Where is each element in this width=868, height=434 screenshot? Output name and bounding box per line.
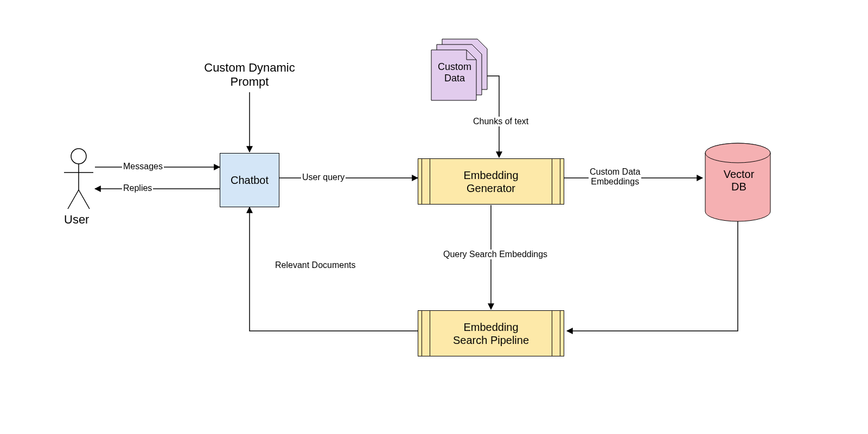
edge-label-custom-embeddings: Custom Data Embeddings [589, 167, 641, 187]
chatbot-node: Chatbot [220, 153, 279, 207]
prompt-label: Custom Dynamic Prompt [193, 61, 307, 89]
edge-label-chunks: Chunks of text [472, 117, 529, 126]
svg-line-4 [79, 190, 90, 209]
embedding-search-label: Embedding Search Pipeline [453, 321, 529, 347]
svg-point-6 [705, 143, 770, 163]
embedding-generator-node: Embedding Generator [418, 158, 564, 205]
user-icon [64, 149, 93, 209]
diagram-canvas: { "nodes": { "user": "User", "chatbot": … [0, 0, 868, 434]
edge-label-query-embeddings: Query Search Embeddings [442, 250, 548, 259]
svg-line-3 [68, 190, 79, 209]
edge-db-to-search [567, 221, 738, 331]
edge-label-replies: Replies [122, 183, 153, 193]
embedding-generator-label: Embedding Generator [463, 169, 518, 195]
custom-data-label: Custom Data [434, 61, 475, 84]
edge-label-user-query: User query [301, 173, 346, 182]
svg-point-0 [71, 149, 86, 164]
edge-label-messages: Messages [122, 162, 164, 171]
edge-label-relevant-docs: Relevant Documents [274, 260, 357, 270]
vector-db-label: Vector DB [720, 168, 758, 193]
chatbot-label: Chatbot [231, 174, 269, 187]
embedding-search-node: Embedding Search Pipeline [418, 310, 564, 356]
user-label: User [64, 213, 89, 227]
